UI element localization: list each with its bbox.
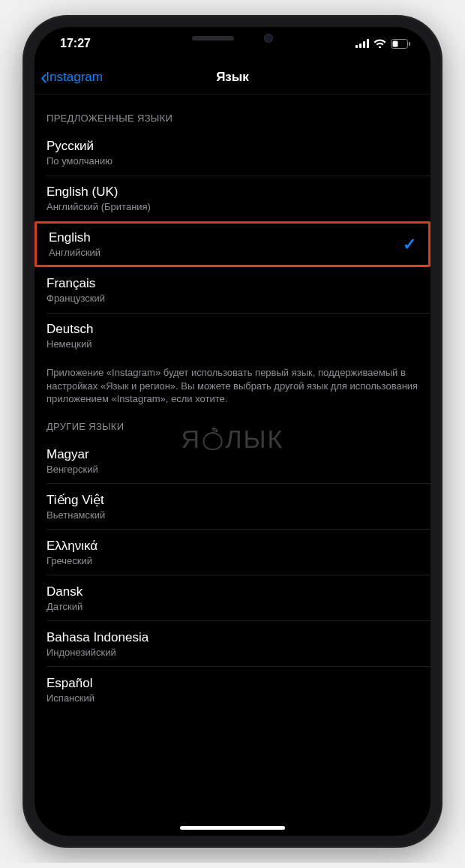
language-subtitle: Английский (Британия) xyxy=(46,201,151,212)
svg-rect-2 xyxy=(363,41,365,48)
language-row-tieng-viet[interactable]: Tiếng Việt Вьетнамский xyxy=(34,484,430,530)
svg-rect-0 xyxy=(356,45,358,48)
suggested-language-list: Русский По умолчанию English (UK) Англий… xyxy=(34,130,430,359)
language-row-deutsch[interactable]: Deutsch Немецкий xyxy=(34,313,430,359)
section-header-suggested: ПРЕДЛОЖЕННЫЕ ЯЗЫКИ xyxy=(34,95,430,130)
language-row-espanol[interactable]: Español Испанский xyxy=(34,667,430,713)
language-subtitle: Датский xyxy=(46,601,82,612)
page-title: Язык xyxy=(216,70,249,85)
language-title: Ελληνικά xyxy=(46,539,98,554)
nav-bar: ‹ Instagram Язык xyxy=(34,60,430,95)
language-subtitle: Испанский xyxy=(46,692,94,704)
back-label: Instagram xyxy=(46,70,103,85)
cellular-signal-icon xyxy=(356,39,369,48)
language-title: Deutsch xyxy=(46,322,93,337)
language-title: English xyxy=(49,230,100,245)
front-camera xyxy=(264,34,273,43)
svg-rect-3 xyxy=(367,39,369,48)
status-right xyxy=(356,39,411,49)
content[interactable]: ПРЕДЛОЖЕННЫЕ ЯЗЫКИ Русский По умолчанию … xyxy=(34,95,430,836)
language-row-dansk[interactable]: Dansk Датский xyxy=(34,575,430,621)
language-subtitle: Французский xyxy=(46,293,105,304)
language-title: Bahasa Indonesia xyxy=(46,630,148,645)
language-title: Tiếng Việt xyxy=(46,492,105,508)
language-row-magyar[interactable]: Magyar Венгерский xyxy=(34,438,430,484)
language-row-bahasa-indonesia[interactable]: Bahasa Indonesia Индонезийский xyxy=(34,621,430,667)
notch xyxy=(154,27,311,50)
battery-icon xyxy=(391,39,411,49)
language-row-english[interactable]: English Английский ✓ xyxy=(34,221,430,267)
language-title: Español xyxy=(46,676,94,691)
language-row-francais[interactable]: Français Французский xyxy=(34,267,430,313)
language-subtitle: Индонезийский xyxy=(46,647,148,658)
section-footer-suggested: Приложение «Instagram» будет использоват… xyxy=(34,359,430,409)
speaker-grille xyxy=(192,36,234,41)
language-title: Magyar xyxy=(46,447,98,462)
svg-rect-5 xyxy=(393,41,398,47)
status-time: 17:27 xyxy=(60,37,91,50)
phone-frame: 17:27 ‹ Instagram Язык ПРЕДЛОЖЕННЫЕ xyxy=(22,15,442,848)
wifi-icon xyxy=(374,39,386,48)
home-indicator[interactable] xyxy=(180,826,285,830)
section-header-other: ДРУГИЕ ЯЗЫКИ xyxy=(34,409,430,438)
other-language-list: Magyar Венгерский Tiếng Việt Вьетнамский… xyxy=(34,438,430,713)
screen: 17:27 ‹ Instagram Язык ПРЕДЛОЖЕННЫЕ xyxy=(34,27,430,836)
checkmark-icon: ✓ xyxy=(403,235,416,254)
language-subtitle: Английский xyxy=(49,247,100,258)
back-button[interactable]: ‹ Instagram xyxy=(40,67,103,88)
svg-rect-1 xyxy=(359,44,362,48)
language-subtitle: Венгерский xyxy=(46,464,98,475)
language-title: Français xyxy=(46,276,105,291)
language-row-english-uk[interactable]: English (UK) Английский (Британия) xyxy=(34,176,430,221)
language-row-russian[interactable]: Русский По умолчанию xyxy=(34,130,430,176)
language-title: English (UK) xyxy=(46,185,151,200)
language-title: Русский xyxy=(46,139,112,154)
language-subtitle: Греческий xyxy=(46,555,98,566)
language-subtitle: Вьетнамский xyxy=(46,509,105,521)
language-subtitle: По умолчанию xyxy=(46,155,112,167)
language-title: Dansk xyxy=(46,584,82,599)
language-subtitle: Немецкий xyxy=(46,338,93,350)
svg-rect-6 xyxy=(409,42,410,46)
language-row-greek[interactable]: Ελληνικά Греческий xyxy=(34,530,430,575)
